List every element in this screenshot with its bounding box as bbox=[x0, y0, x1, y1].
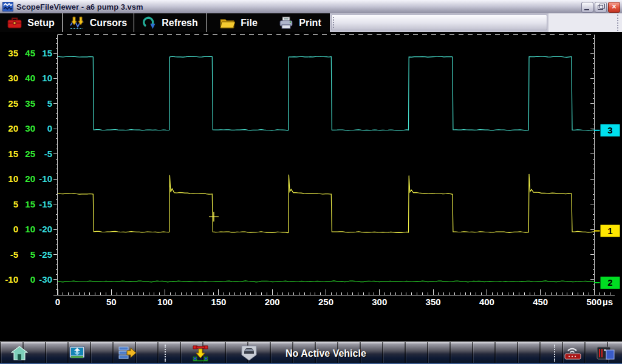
status-bar: No Active Vehicle bbox=[0, 342, 622, 364]
channel-marker-3[interactable]: 3 bbox=[594, 124, 620, 136]
vehicle-info-icon bbox=[241, 345, 258, 362]
vehicle-select-button[interactable] bbox=[190, 344, 211, 362]
wireless-icon bbox=[562, 345, 583, 362]
printer-icon bbox=[279, 16, 293, 29]
cursors-button[interactable]: Cursors bbox=[62, 13, 134, 32]
status-separator bbox=[554, 345, 555, 362]
file-label: File bbox=[241, 18, 258, 29]
svg-text:0: 0 bbox=[47, 123, 52, 133]
left-ruler bbox=[53, 35, 58, 295]
svg-text:15: 15 bbox=[42, 48, 52, 58]
svg-text:-10: -10 bbox=[39, 174, 52, 184]
title-bar: ScopeFileViewer - a6 pump 3.vsm × bbox=[0, 0, 622, 14]
svg-text:40: 40 bbox=[25, 73, 35, 83]
module-status-button[interactable] bbox=[595, 344, 617, 362]
window-title: ScopeFileViewer - a6 pump 3.vsm bbox=[16, 2, 143, 12]
refresh-button[interactable]: Refresh bbox=[134, 13, 207, 32]
svg-text:0: 0 bbox=[30, 274, 35, 285]
svg-text:200: 200 bbox=[265, 297, 280, 306]
svg-text:45: 45 bbox=[25, 48, 35, 58]
svg-text:350: 350 bbox=[426, 297, 441, 306]
scope-plot[interactable]: 35302520151050-5-10454035302520151050151… bbox=[0, 32, 622, 306]
status-separator bbox=[165, 345, 166, 362]
folder-icon bbox=[220, 17, 235, 29]
svg-text:-10: -10 bbox=[5, 274, 18, 285]
svg-text:-15: -15 bbox=[39, 199, 52, 209]
cursors-label: Cursors bbox=[90, 18, 127, 29]
wireless-scope-button[interactable] bbox=[562, 344, 584, 362]
setup-button[interactable]: Setup bbox=[0, 13, 62, 32]
trace-channel-3 bbox=[58, 56, 594, 130]
cursor-crosshair[interactable] bbox=[209, 212, 219, 221]
refresh-icon bbox=[143, 16, 156, 30]
svg-text:5: 5 bbox=[30, 249, 35, 260]
svg-text:5: 5 bbox=[47, 98, 52, 109]
svg-text:450: 450 bbox=[533, 297, 548, 306]
trace-channel-2 bbox=[58, 281, 594, 282]
svg-text:0: 0 bbox=[13, 224, 18, 234]
svg-text:25: 25 bbox=[25, 149, 35, 159]
svg-text:2: 2 bbox=[607, 277, 612, 288]
svg-text:50: 50 bbox=[106, 297, 117, 306]
svg-text:35: 35 bbox=[25, 98, 35, 109]
svg-text:-30: -30 bbox=[39, 274, 52, 285]
toolbar-grip-bar[interactable] bbox=[331, 15, 547, 30]
svg-text:1: 1 bbox=[607, 226, 612, 236]
svg-text:-25: -25 bbox=[39, 249, 52, 260]
svg-text:300: 300 bbox=[372, 297, 387, 306]
print-label: Print bbox=[299, 18, 321, 29]
svg-text:10: 10 bbox=[25, 224, 35, 234]
svg-text:5: 5 bbox=[13, 199, 18, 209]
home-button[interactable] bbox=[9, 344, 30, 362]
svg-text:400: 400 bbox=[479, 297, 494, 306]
svg-text:100: 100 bbox=[157, 297, 173, 306]
svg-text:150: 150 bbox=[211, 297, 226, 306]
y-axis-labels-ch1: 35302520151050-5-10 bbox=[5, 48, 18, 285]
toolbox-icon bbox=[7, 17, 22, 29]
svg-text:35: 35 bbox=[8, 48, 18, 58]
svg-text:15: 15 bbox=[25, 199, 35, 209]
home-icon bbox=[11, 345, 28, 361]
svg-text:-5: -5 bbox=[44, 149, 52, 159]
svg-text:µs: µs bbox=[603, 297, 613, 306]
svg-text:-20: -20 bbox=[39, 224, 52, 234]
y-axis-labels-ch3: 151050-5-10-15-20-25-30 bbox=[39, 48, 52, 285]
svg-text:500: 500 bbox=[586, 297, 601, 306]
scope-file-viewer-window: ScopeFileViewer - a6 pump 3.vsm × Setup bbox=[0, 0, 622, 364]
close-button[interactable]: × bbox=[608, 2, 620, 13]
svg-text:30: 30 bbox=[8, 73, 18, 83]
setup-label: Setup bbox=[27, 18, 54, 29]
channel-marker-2[interactable]: 2 bbox=[594, 276, 620, 289]
svg-text:20: 20 bbox=[8, 123, 18, 133]
svg-text:0: 0 bbox=[55, 297, 60, 306]
vehicle-info-button[interactable] bbox=[238, 344, 260, 362]
file-button[interactable]: File bbox=[207, 13, 270, 32]
svg-text:250: 250 bbox=[318, 297, 333, 306]
waveform-chart: 35302520151050-5-10454035302520151050151… bbox=[0, 32, 622, 306]
channel-marker-1[interactable]: 1 bbox=[594, 224, 620, 237]
print-button[interactable]: Print bbox=[270, 13, 330, 32]
vehicle-select-icon bbox=[191, 345, 210, 362]
x-axis: 050100150200250300350400450500µs bbox=[53, 289, 615, 306]
restore-button[interactable] bbox=[595, 2, 607, 13]
svg-text:25: 25 bbox=[8, 98, 18, 109]
y-axis-labels-ch2: 454035302520151050 bbox=[25, 48, 35, 285]
svg-text:10: 10 bbox=[8, 174, 18, 184]
trace-channel-1 bbox=[58, 174, 594, 233]
data-exchange-icon bbox=[69, 345, 86, 361]
scope-data-button[interactable] bbox=[117, 344, 138, 362]
svg-text:3: 3 bbox=[607, 125, 612, 135]
active-vehicle-message: No Active Vehicle bbox=[285, 348, 366, 359]
cursors-icon bbox=[69, 16, 84, 30]
svg-text:10: 10 bbox=[42, 73, 52, 83]
svg-text:15: 15 bbox=[8, 149, 18, 159]
toolbar-spacer bbox=[549, 13, 622, 32]
transport-bar: 00:00:088 bbox=[0, 306, 622, 342]
data-exchange-button[interactable] bbox=[66, 344, 88, 362]
minimize-button[interactable] bbox=[581, 2, 593, 13]
refresh-label: Refresh bbox=[162, 18, 198, 29]
svg-text:30: 30 bbox=[25, 123, 35, 133]
app-icon bbox=[2, 2, 13, 12]
module-icon bbox=[596, 345, 615, 362]
svg-text:-5: -5 bbox=[10, 249, 18, 260]
